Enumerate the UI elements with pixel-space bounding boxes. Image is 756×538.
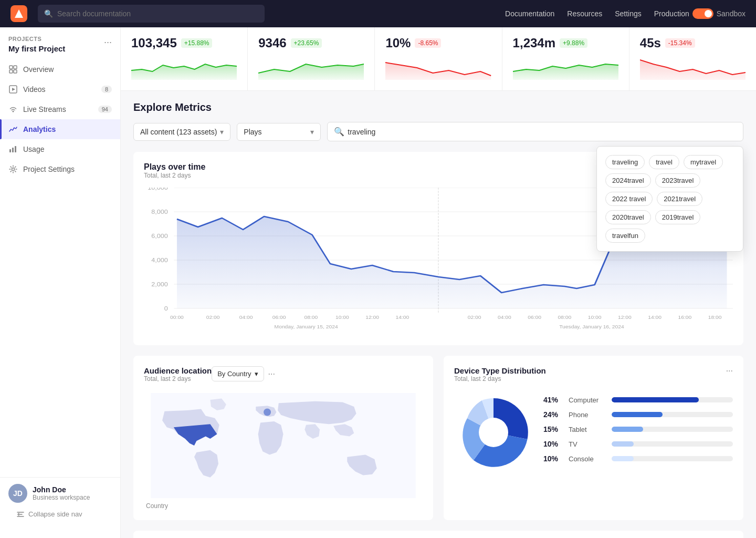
by-country-label: By Country (217, 370, 251, 378)
overview-label: Overview (23, 65, 54, 74)
tag-grid: travelingtravelmytravel2024travel2023tra… (605, 155, 734, 243)
avatar: JD (8, 484, 27, 503)
mini-chart-1 (258, 55, 364, 80)
by-country-button[interactable]: By Country ▾ (212, 366, 264, 381)
sidebar-item-settings[interactable]: Project Settings (0, 159, 120, 179)
world-map (144, 393, 423, 498)
projects-label: PROJECTS (8, 36, 65, 42)
tag-chip[interactable]: traveling (605, 155, 645, 169)
project-name[interactable]: My first Project (8, 44, 65, 53)
device-row: 15% Tablet (543, 425, 733, 433)
sidebar-projects: PROJECTS My first Project ··· (0, 36, 120, 59)
user-name: John Doe (33, 485, 90, 494)
bar-track (612, 412, 733, 417)
sidebar-item-videos[interactable]: Videos 8 (0, 79, 120, 99)
device-panel: Device Type Distribution Total, last 2 d… (444, 356, 743, 520)
svg-rect-10 (15, 146, 16, 152)
metric-filter-dropdown[interactable]: Plays ▾ (237, 123, 321, 141)
mini-chart-4 (640, 55, 746, 80)
pie-and-bars: 41% Computer 24% Phone 15% Tablet 10% TV… (454, 393, 733, 472)
collapse-nav-button[interactable]: Collapse side nav (8, 505, 112, 523)
resources-link[interactable]: Resources (567, 9, 602, 18)
svg-text:10,000: 10,000 (148, 188, 168, 191)
svg-point-11 (12, 168, 15, 171)
logo-icon[interactable] (10, 5, 27, 22)
audience-header-left: Audience location Total, last 2 days (144, 366, 212, 391)
tag-chip[interactable]: mytravel (684, 155, 723, 169)
tag-chip[interactable]: 2024travel (605, 173, 651, 188)
env-toggle-pill[interactable] (692, 8, 713, 19)
sidebar-item-overview[interactable]: Overview (0, 59, 120, 79)
device-more-button[interactable]: ··· (726, 366, 733, 376)
device-name: TV (569, 440, 605, 448)
metric-badge-3: +9.88% (560, 38, 587, 48)
search-bar[interactable]: 🔍 (38, 5, 265, 23)
mini-chart-0 (131, 55, 237, 80)
tag-chip[interactable]: 2022 travel (605, 192, 653, 206)
svg-text:4,000: 4,000 (151, 257, 168, 264)
device-row: 10% Console (543, 454, 733, 463)
svg-text:08:00: 08:00 (304, 315, 318, 320)
sandbox-label[interactable]: Sandbox (717, 9, 746, 18)
tag-chip[interactable]: 2023travel (655, 173, 701, 188)
device-pct: 10% (543, 440, 562, 448)
tag-chip[interactable]: travel (649, 155, 679, 169)
bar-icon (8, 144, 18, 154)
svg-rect-1 (9, 66, 13, 69)
bar-track (612, 427, 733, 432)
search-input[interactable] (57, 9, 258, 18)
svg-point-46 (479, 418, 508, 447)
tag-chip[interactable]: 2020travel (605, 210, 651, 224)
production-label[interactable]: Production (654, 9, 689, 18)
tag-search-input[interactable] (348, 128, 737, 136)
sidebar-bottom: JD John Doe Business workspace Collapse … (0, 477, 120, 530)
grid-icon (8, 65, 18, 74)
projects-more-button[interactable]: ··· (104, 37, 112, 48)
sidebar-item-analytics[interactable]: Analytics (0, 119, 120, 139)
tag-chip[interactable]: travelfun (605, 229, 645, 243)
analytics-label: Analytics (23, 125, 56, 133)
pie-chart (454, 393, 533, 472)
metric-badge-0: +15.88% (181, 38, 213, 48)
device-pct: 15% (543, 425, 562, 433)
svg-marker-6 (12, 88, 15, 91)
svg-text:02:00: 02:00 (468, 315, 481, 320)
mini-chart-2 (385, 55, 491, 80)
tag-search-filter[interactable]: 🔍 (327, 122, 743, 141)
device-name: Phone (569, 411, 605, 419)
svg-text:04:00: 04:00 (239, 315, 253, 320)
svg-text:16:00: 16:00 (678, 315, 692, 320)
bar-track (612, 441, 733, 447)
metric-value-1: 9346 (258, 36, 286, 50)
chart-icon (8, 125, 18, 134)
svg-rect-3 (9, 70, 13, 73)
metric-card-0: 103,345 +15.88% (121, 27, 248, 90)
env-toggle: Production Sandbox (654, 8, 746, 19)
svg-text:14:00: 14:00 (395, 315, 409, 320)
svg-text:04:00: 04:00 (498, 315, 511, 320)
sidebar-item-usage[interactable]: Usage (0, 139, 120, 159)
gear-icon (8, 164, 18, 174)
user-info[interactable]: JD John Doe Business workspace (8, 484, 112, 503)
sidebar-item-livestreams[interactable]: Live Streams 94 (0, 99, 120, 119)
metric-value-2: 10% (385, 36, 411, 50)
svg-text:00:00: 00:00 (170, 315, 184, 320)
settings-link[interactable]: Settings (615, 9, 642, 18)
metric-card-4: 45s -15.34% (629, 27, 756, 90)
bar-track (612, 456, 733, 461)
explore-section: Explore Metrics All content (123 assets)… (121, 91, 756, 538)
pie-svg (454, 393, 533, 472)
svg-text:10:00: 10:00 (335, 315, 349, 320)
tag-search-icon: 🔍 (334, 127, 344, 137)
tag-chip[interactable]: 2021travel (657, 192, 702, 206)
content-filter-dropdown[interactable]: All content (123 assets) ▾ (133, 123, 230, 141)
device-name: Console (569, 455, 605, 463)
tag-chip[interactable]: 2019travel (655, 210, 701, 224)
metric-badge-4: -15.34% (665, 38, 695, 48)
audience-title: Audience location (144, 366, 212, 375)
livestreams-badge: 94 (98, 106, 112, 113)
documentation-link[interactable]: Documentation (505, 9, 554, 18)
svg-text:8,000: 8,000 (151, 209, 168, 215)
audience-more-button[interactable]: ··· (268, 369, 275, 379)
bottom-panels: Audience location Total, last 2 days By … (133, 356, 743, 531)
